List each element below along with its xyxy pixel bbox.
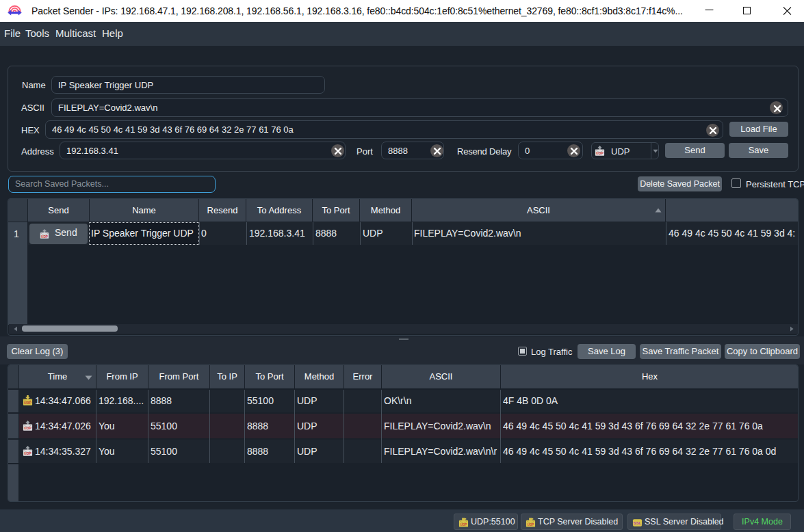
svg-text:SSL: SSL: [634, 520, 642, 525]
